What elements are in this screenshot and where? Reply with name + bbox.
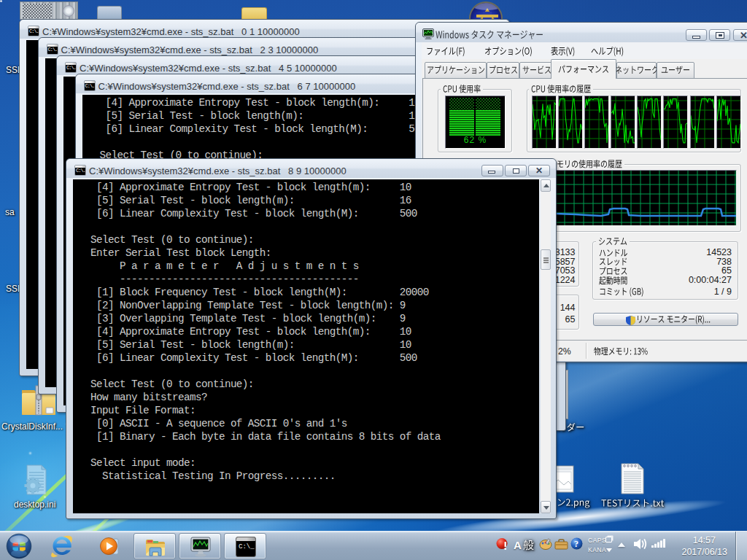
svg-text:?: ? [574, 539, 578, 549]
